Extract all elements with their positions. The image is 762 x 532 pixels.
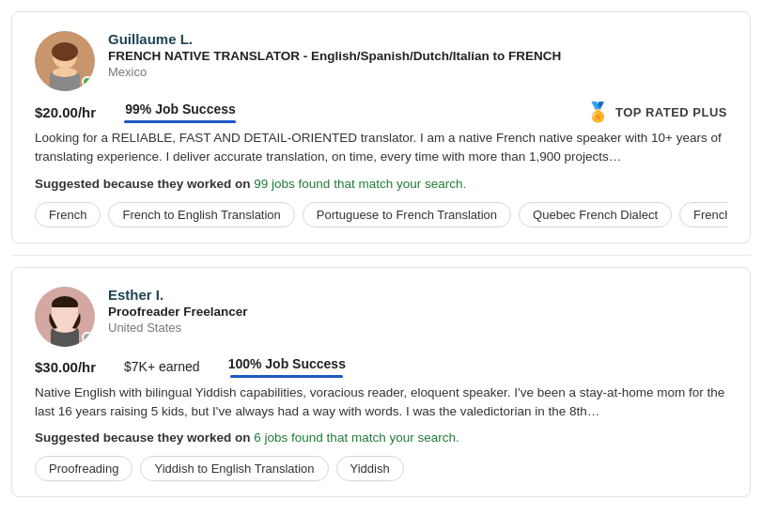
tag-yiddish-english[interactable]: Yiddish to English Translation bbox=[140, 456, 328, 481]
suggested-text: Suggested because they worked on 6 jobs … bbox=[35, 430, 727, 445]
svg-point-4 bbox=[53, 68, 77, 77]
stats-row: $20.00/hr 99% Job Success 🏅 TOP RATED PL… bbox=[35, 101, 727, 123]
top-rated-label: TOP RATED PLUS bbox=[615, 105, 727, 119]
suggested-link[interactable]: 6 jobs found that match your search. bbox=[254, 430, 459, 445]
profile-name[interactable]: Guillaume L. bbox=[108, 31, 727, 47]
profile-name[interactable]: Esther I. bbox=[108, 287, 727, 303]
description: Looking for a RELIABLE, FAST AND DETAIL-… bbox=[35, 129, 727, 167]
avatar bbox=[35, 287, 95, 347]
suggested-text: Suggested because they worked on 99 jobs… bbox=[35, 177, 727, 191]
tag-yiddish[interactable]: Yiddish bbox=[336, 456, 404, 481]
tags-row: Proofreading Yiddish to English Translat… bbox=[35, 456, 727, 481]
job-success-bar bbox=[124, 120, 237, 123]
profile-title: FRENCH NATIVE TRANSLATOR - English/Spani… bbox=[108, 49, 727, 63]
top-rated-badge: 🏅 TOP RATED PLUS bbox=[586, 101, 727, 123]
online-status bbox=[82, 76, 93, 87]
profile-location: United States bbox=[108, 321, 727, 335]
avatar bbox=[35, 31, 95, 91]
freelancer-card-esther: Esther I. Proofreader Freelancer United … bbox=[11, 267, 751, 498]
offline-status bbox=[82, 332, 93, 343]
card-divider bbox=[11, 255, 751, 256]
job-success-label: 100% Job Success bbox=[228, 356, 346, 371]
stats-row: $30.00/hr $7K+ earned 100% Job Success bbox=[35, 356, 727, 378]
rate: $20.00/hr bbox=[35, 104, 96, 120]
job-success-bar-fill bbox=[230, 375, 343, 378]
tag-french-english[interactable]: French to English Translation bbox=[108, 202, 294, 227]
suggested-prefix: Suggested because they worked on bbox=[35, 177, 254, 191]
rate: $30.00/hr bbox=[35, 359, 96, 375]
job-success-bar bbox=[230, 375, 343, 378]
tags-row: French French to English Translation Por… bbox=[35, 202, 727, 227]
tag-quebec[interactable]: Quebec French Dialect bbox=[519, 202, 672, 227]
profile-location: Mexico bbox=[108, 65, 727, 79]
card-header: Guillaume L. FRENCH NATIVE TRANSLATOR - … bbox=[35, 31, 727, 91]
svg-point-2 bbox=[52, 42, 78, 61]
suggested-link[interactable]: 99 jobs found that match your search. bbox=[254, 177, 466, 191]
tag-french-s[interactable]: French to S bbox=[679, 202, 727, 227]
profile-info: Guillaume L. FRENCH NATIVE TRANSLATOR - … bbox=[108, 31, 727, 79]
tag-portuguese-french[interactable]: Portuguese to French Translation bbox=[303, 202, 511, 227]
profile-info: Esther I. Proofreader Freelancer United … bbox=[108, 287, 727, 335]
job-success: 100% Job Success bbox=[228, 356, 346, 378]
card-header: Esther I. Proofreader Freelancer United … bbox=[35, 287, 727, 347]
tag-french[interactable]: French bbox=[35, 202, 101, 227]
job-success-bar-fill bbox=[124, 120, 236, 123]
profile-title: Proofreader Freelancer bbox=[108, 305, 727, 319]
earned: $7K+ earned bbox=[124, 359, 200, 374]
tag-proofreading[interactable]: Proofreading bbox=[35, 456, 132, 481]
suggested-prefix: Suggested because they worked on bbox=[35, 430, 254, 445]
job-success: 99% Job Success bbox=[124, 102, 237, 123]
top-rated-icon: 🏅 bbox=[586, 101, 610, 123]
job-success-label: 99% Job Success bbox=[125, 102, 236, 117]
description: Native English with bilingual Yiddish ca… bbox=[35, 383, 727, 422]
freelancer-card-guillaume: Guillaume L. FRENCH NATIVE TRANSLATOR - … bbox=[11, 11, 751, 243]
